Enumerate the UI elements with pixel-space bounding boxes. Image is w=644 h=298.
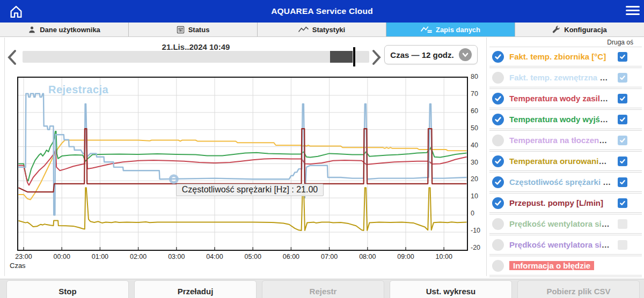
tab-konfiguracja[interactable]: Konfiguracja [515, 23, 644, 36]
second-axis-checkbox[interactable] [618, 177, 627, 187]
x-tick-label: 06:00 [277, 253, 304, 260]
legend-series-text: Temperatura wody zasil [509, 94, 600, 103]
second-axis-checkbox[interactable] [618, 157, 627, 166]
truncation-ellipsis: … [603, 177, 611, 187]
legend-series-label: Przepust. pompy [L/min] [509, 198, 618, 207]
y-tick-label: 10 [471, 192, 478, 200]
prze-aduj-button[interactable]: Przeładuj [134, 280, 257, 298]
truncation-ellipsis: … [600, 115, 608, 124]
stop-button[interactable]: Stop [6, 280, 129, 298]
pobierz-plik-csv-button[interactable]: Pobierz plik CSV [517, 280, 640, 298]
series-toggle-circle-checkbox[interactable] [492, 197, 504, 209]
legend-row[interactable]: Prędkość wentylatora si… [489, 214, 642, 235]
rejestr-button[interactable]: Rejestr [262, 280, 384, 298]
x-tick-label: 10:00 [430, 253, 457, 260]
y-tick-label: 40 [471, 141, 478, 149]
second-axis-checkbox[interactable] [618, 136, 627, 145]
series-toggle-circle-checkbox[interactable] [492, 114, 504, 125]
x-axis-title: Czas [10, 262, 26, 270]
x-tick-label: 05:00 [239, 253, 266, 260]
tab-bar: Dane użytkownikaStatusStatystykiZapis da… [0, 23, 644, 37]
user-icon [28, 26, 36, 34]
legend-row[interactable]: Fakt. temp. zbiornika [°C] [489, 47, 642, 68]
legend-series-label: Temperatura na tłoczen… [509, 136, 618, 145]
y-tick-label: 80 [471, 73, 478, 80]
legend-series-label: Fakt. temp. zewnętrzna … [509, 73, 618, 82]
series-toggle-circle-checkbox[interactable] [492, 176, 504, 188]
y-tick-label: 60 [471, 107, 478, 115]
y-tick-label: -20 [471, 244, 480, 251]
chart-area[interactable]: Rejestracja Częstotliwość sprężarki [Hz]… [17, 77, 468, 251]
y-tick-label: 50 [471, 124, 478, 132]
x-tick-label: 01:00 [86, 253, 113, 260]
second-axis-checkbox[interactable] [618, 219, 627, 229]
scroll-left-icon[interactable] [6, 49, 18, 65]
legend-series-label: Informacja o błędzie [509, 261, 618, 270]
home-icon[interactable] [9, 4, 24, 19]
time-scrollbar[interactable] [23, 51, 369, 63]
legend-row[interactable]: Temperatura na tłoczen… [489, 131, 642, 152]
truncation-ellipsis: … [602, 240, 610, 249]
legend-series-label: Temperatura wody zasil… [509, 94, 618, 103]
tab-zapis-danych[interactable]: Zapis danych [386, 23, 515, 36]
series-toggle-circle-checkbox[interactable] [492, 239, 504, 251]
time-scrollbar-handle[interactable] [330, 51, 353, 63]
second-axis-checkbox[interactable] [618, 94, 627, 103]
app-header: AQUAREA Service Cloud [0, 0, 644, 23]
chart-watermark: Rejestracja [48, 84, 108, 96]
legend-series-text: Częstotliwość sprężarki [509, 177, 603, 187]
legend-series-text: Prędkość wentylatora si [509, 240, 602, 249]
legend-row[interactable]: Częstotliwość sprężarki … [489, 173, 642, 193]
line-chart-icon [298, 26, 309, 33]
legend-row[interactable]: Fakt. temp. zewnętrzna … [489, 68, 642, 89]
x-tick-label: 03:00 [163, 253, 190, 260]
legend-row[interactable]: Informacja o błędzie [489, 256, 642, 277]
truncation-ellipsis: … [599, 73, 608, 82]
ust-wykresu-button[interactable]: Ust. wykresu [390, 280, 512, 298]
legend-series-label: Prędkość wentylatora si… [509, 240, 618, 249]
series-toggle-circle-checkbox[interactable] [492, 260, 504, 272]
second-axis-checkbox[interactable] [618, 115, 627, 124]
data-log-chart-icon [421, 26, 432, 33]
current-date-label: 21.Lis..2024 10:49 [64, 42, 327, 51]
tab-status[interactable]: Status [129, 23, 258, 36]
y-tick-label: 30 [471, 159, 478, 166]
hamburger-menu-icon[interactable] [626, 6, 640, 17]
footer-button-bar: StopPrzeładujRejestrUst. wykresuPobierz … [0, 279, 644, 298]
series-toggle-circle-checkbox[interactable] [492, 93, 504, 105]
series-toggle-circle-checkbox[interactable] [492, 218, 504, 230]
chart-tooltip: Częstotliwość sprężarki [Hz] : 21.00 [176, 184, 324, 196]
legend-series-text: Fakt. temp. zbiornika [°C] [509, 52, 606, 61]
second-axis-checkbox[interactable] [618, 73, 627, 83]
series-toggle-circle-checkbox[interactable] [492, 155, 504, 167]
scroll-right-icon[interactable] [370, 49, 382, 65]
legend-divider [486, 38, 487, 276]
tab-label: Dane użytkownika [40, 26, 100, 34]
tab-dane-u-ytkownika[interactable]: Dane użytkownika [0, 23, 129, 36]
legend-series-text: Prędkość wentylatora si [509, 219, 602, 228]
second-axis-checkbox[interactable] [618, 52, 627, 62]
legend-series-label: Częstotliwość sprężarki … [509, 177, 618, 187]
legend-row[interactable]: Prędkość wentylatora si… [489, 235, 642, 256]
series-toggle-circle-checkbox[interactable] [492, 72, 504, 84]
legend-series-text: Informacja o błędzie [509, 261, 594, 270]
legend-row[interactable]: Temperatura wody zasil… [489, 89, 642, 110]
legend-row[interactable]: Temperatura wody wyjś… [489, 110, 642, 131]
tab-label: Konfiguracja [564, 26, 606, 34]
chevron-down-icon [459, 48, 472, 61]
y-tick-label: 0 [471, 210, 474, 217]
tab-statystyki[interactable]: Statystyki [258, 23, 386, 36]
series-toggle-circle-checkbox[interactable] [492, 51, 504, 63]
second-axis-checkbox[interactable] [618, 240, 627, 250]
legend-series-text: Fakt. temp. zewnętrzna [509, 73, 599, 82]
content-left-border [4, 38, 5, 276]
legend-series-label: Fakt. temp. zbiornika [°C] [509, 52, 618, 61]
tab-label: Statystyki [312, 26, 345, 34]
series-toggle-circle-checkbox[interactable] [492, 135, 504, 146]
legend-series-text: Temperatura na tłoczen [509, 136, 599, 145]
second-axis-checkbox[interactable] [618, 198, 627, 208]
legend-row[interactable]: Przepust. pompy [L/min] [489, 193, 642, 214]
legend-series-label: Temperatura orurowani… [509, 157, 618, 166]
time-range-dropdown[interactable]: Czas — 12 godz. [384, 45, 478, 64]
legend-row[interactable]: Temperatura orurowani… [489, 152, 642, 173]
